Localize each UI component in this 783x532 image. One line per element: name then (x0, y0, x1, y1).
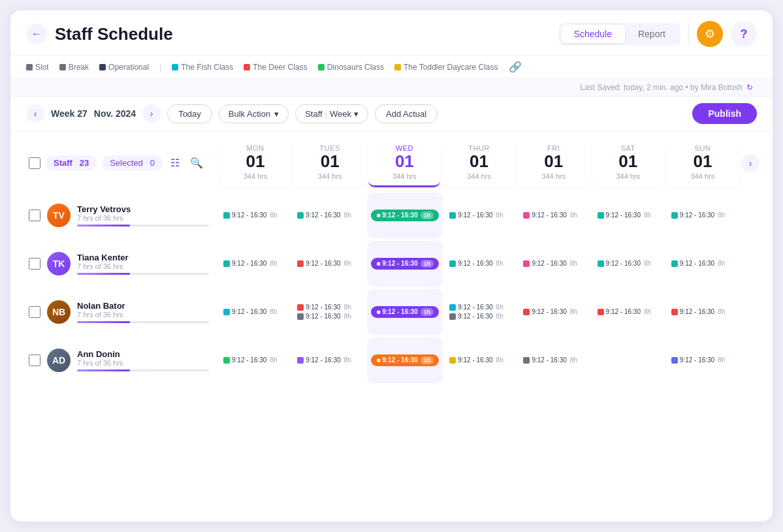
legend-fish-label: The Fish Class (181, 63, 233, 72)
week-label: Week 27 (51, 108, 88, 119)
nolan-wed[interactable]: ■ 9:12 - 16:30 1h (367, 289, 443, 335)
terry-thu-icon (449, 212, 456, 219)
legend-break: Break (59, 63, 89, 72)
tiana-hrs-bar (77, 273, 209, 275)
nolan-thu[interactable]: 9:12 - 16:30 8h 9:12 - 16:30 8h (445, 289, 517, 335)
nolan-hrs-bar (77, 321, 209, 323)
tiana-wed-slot: ■ 9:12 - 16:30 1h (371, 258, 439, 270)
tiana-avatar: TK (47, 252, 71, 275)
day-header-sun: SUN 01 344 hrs (667, 139, 739, 187)
ann-tue[interactable]: 9:12 - 16:30 8h (293, 337, 364, 383)
ann-sun[interactable]: 9:12 - 16:30 8h (667, 337, 739, 383)
terry-hrs: 7 hrs of 36 hrs (77, 214, 209, 222)
terry-sun[interactable]: 9:12 - 16:30 8h (667, 193, 739, 238)
nolan-fri-slot: 9:12 - 16:30 8h (523, 308, 586, 315)
legend-slot: Slot (26, 63, 49, 72)
tiana-sat-slot: 9:12 - 16:30 8h (598, 260, 661, 267)
tab-report[interactable]: Report (625, 25, 679, 43)
ann-thu[interactable]: 9:12 - 16:30 8h (445, 337, 517, 383)
back-button[interactable]: ← (26, 23, 47, 44)
nolan-tue-icon2 (297, 313, 304, 320)
terry-sat-slot: 9:12 - 16:30 8h (598, 211, 661, 219)
nolan-checkbox[interactable] (29, 306, 40, 318)
ann-wed-chip: ■ 9:12 - 16:30 1h (371, 354, 439, 366)
tiana-thu[interactable]: 9:12 - 16:30 8h (445, 241, 517, 287)
ann-fri-slot: 9:12 - 16:30 8h (523, 356, 586, 364)
terry-avatar: TV (47, 204, 71, 227)
nolan-sun[interactable]: 9:12 - 16:30 8h (667, 289, 739, 335)
day-tue-hrs: 344 hrs (296, 172, 363, 180)
day-header-row: Staff 23 Selected 0 ☷ 🔍 MON 01 (21, 131, 762, 190)
nolan-mon[interactable]: 9:12 - 16:30 8h (219, 289, 291, 335)
tiana-mon-slot: 9:12 - 16:30 8h (223, 260, 287, 267)
legend-dino-label: Dinosaurs Class (327, 63, 384, 72)
terry-fri[interactable]: 9:12 - 16:30 8h (519, 193, 590, 238)
tiana-sun[interactable]: 9:12 - 16:30 8h (667, 241, 739, 287)
nolan-tue-slot1: 9:12 - 16:30 8h (297, 304, 360, 311)
staff-view-button[interactable]: Staff | Week ▾ (295, 104, 368, 123)
settings-button[interactable]: ⚙ (697, 21, 723, 47)
nolan-sat[interactable]: 9:12 - 16:30 8h (594, 289, 665, 335)
terry-wed[interactable]: ■ 9:12 - 16:30 1h (367, 193, 443, 238)
next-week-button[interactable]: › (142, 104, 161, 123)
legend-slot-label: Slot (35, 63, 49, 72)
legend-separator: | (159, 63, 161, 72)
terry-sat[interactable]: 9:12 - 16:30 8h (594, 193, 665, 238)
add-actual-button[interactable]: Add Actual (375, 104, 438, 123)
ann-fri-icon (523, 357, 530, 364)
nolan-sat-icon (598, 309, 604, 315)
ann-sat[interactable] (594, 337, 665, 383)
header: ← Staff Schedule Schedule Report ⚙ ? (10, 10, 773, 55)
search-button[interactable]: 🔍 (187, 154, 206, 172)
terry-hrs-bar (77, 225, 209, 227)
terry-checkbox[interactable] (29, 210, 40, 221)
nolan-wed-chip: ■ 9:12 - 16:30 1h (371, 306, 439, 318)
prev-week-button[interactable]: ‹ (26, 104, 44, 123)
next-day-button[interactable]: › (741, 154, 759, 172)
tiana-tue-icon (297, 260, 304, 267)
staff-row-ann: AD Ann Donin 7 hrs of 36 hrs 9:12 - 16:3… (21, 337, 762, 383)
staff-info-terry: TV Terry Vetrovs 7 hrs of 36 hrs (21, 193, 217, 238)
select-all-checkbox[interactable] (29, 157, 40, 169)
help-button[interactable]: ? (731, 21, 757, 47)
schedule-area: Staff 23 Selected 0 ☷ 🔍 MON 01 (10, 131, 773, 522)
nolan-fri[interactable]: 9:12 - 16:30 8h (519, 289, 590, 335)
tiana-tue[interactable]: 9:12 - 16:30 8h (293, 241, 364, 287)
ann-hrs: 7 hrs of 36 hrs (77, 359, 209, 367)
nolan-avatar: NB (47, 300, 71, 324)
bulk-action-button[interactable]: Bulk Action ▾ (219, 104, 289, 123)
legend-break-icon (59, 64, 66, 70)
tiana-avatar-img: TK (47, 252, 71, 275)
tiana-mon[interactable]: 9:12 - 16:30 8h (219, 241, 291, 287)
ann-wed-slot: ■ 9:12 - 16:30 1h (371, 354, 439, 366)
nolan-thu-icon1 (449, 304, 456, 311)
legend-dino-icon (318, 64, 325, 70)
today-button[interactable]: Today (167, 104, 212, 123)
legend-toddler-label: The Toddler Daycare Class (404, 63, 498, 72)
tiana-sat[interactable]: 9:12 - 16:30 8h (594, 241, 665, 287)
terry-mon[interactable]: 9:12 - 16:30 8h (219, 193, 291, 238)
ann-checkbox[interactable] (29, 354, 40, 366)
header-divider (688, 23, 689, 44)
tiana-fri[interactable]: 9:12 - 16:30 8h (519, 241, 590, 287)
ann-fri[interactable]: 9:12 - 16:30 8h (519, 337, 590, 383)
tiana-wed[interactable]: ■ 9:12 - 16:30 1h (367, 241, 443, 287)
share-icon: 🔗 (509, 61, 522, 73)
page-title: Staff Schedule (55, 24, 173, 44)
ann-wed[interactable]: ■ 9:12 - 16:30 1h (367, 337, 443, 383)
nolan-name: Nolan Bator (77, 301, 209, 311)
terry-thu[interactable]: 9:12 - 16:30 8h (445, 193, 517, 238)
publish-button[interactable]: Publish (692, 103, 757, 124)
filter-button[interactable]: ☷ (168, 154, 182, 172)
terry-mon-slot: 9:12 - 16:30 8h (223, 211, 287, 219)
terry-tue-icon (297, 212, 304, 219)
nolan-sun-slot: 9:12 - 16:30 8h (671, 308, 735, 315)
tiana-sun-icon (671, 260, 678, 267)
nolan-tue[interactable]: 9:12 - 16:30 8h 9:12 - 16:30 8h (293, 289, 364, 335)
refresh-icon[interactable]: ↻ (746, 83, 753, 92)
tab-schedule[interactable]: Schedule (561, 25, 625, 43)
day-sat-hrs: 344 hrs (595, 172, 662, 180)
terry-tue[interactable]: 9:12 - 16:30 8h (293, 193, 364, 238)
tiana-checkbox[interactable] (29, 258, 40, 270)
ann-mon[interactable]: 9:12 - 16:30 8h (219, 337, 291, 383)
